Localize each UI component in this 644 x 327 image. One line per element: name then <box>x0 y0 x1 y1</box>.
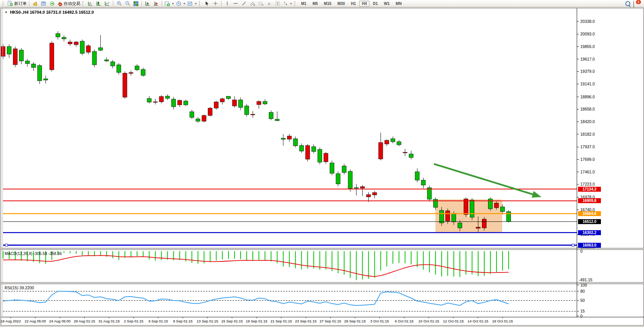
candle[interactable] <box>202 114 206 122</box>
trendline-tool[interactable] <box>240 0 248 7</box>
arrows-tool[interactable]: ▼ <box>282 0 293 7</box>
notifications-button[interactable]: 1 <box>633 1 639 6</box>
toolbar-grip[interactable] <box>199 1 202 6</box>
candle[interactable] <box>336 172 340 186</box>
timeframe-button-m5[interactable]: M5 <box>310 1 321 6</box>
candle[interactable] <box>62 35 66 42</box>
candle[interactable] <box>415 168 419 182</box>
chart-title-bar[interactable]: ▼ HK50-,H4 16704.0 16731.0 16492.5 16512… <box>5 10 94 14</box>
toolbar-grip[interactable] <box>294 1 297 6</box>
candle[interactable] <box>403 149 407 156</box>
candle[interactable] <box>117 63 121 75</box>
candle[interactable] <box>269 110 273 120</box>
candle[interactable] <box>233 96 237 107</box>
candle[interactable] <box>159 95 164 103</box>
candle[interactable] <box>391 136 395 143</box>
candle[interactable] <box>86 44 90 54</box>
candle[interactable] <box>263 99 267 105</box>
vertical-line-tool[interactable] <box>223 0 231 7</box>
candle[interactable] <box>98 35 103 51</box>
candle[interactable] <box>226 96 231 100</box>
macd-panel[interactable]: 0-491.15 <box>3 249 593 282</box>
candle[interactable] <box>312 144 316 154</box>
candle[interactable] <box>135 64 139 71</box>
search-icon[interactable] <box>625 1 630 6</box>
candle[interactable] <box>324 152 328 164</box>
toolbar-grip[interactable] <box>3 1 5 6</box>
candle[interactable] <box>373 191 377 198</box>
candle[interactable] <box>172 97 176 109</box>
market-watch-button[interactable] <box>39 0 48 7</box>
toolbar-grip[interactable] <box>82 1 85 6</box>
candle[interactable] <box>342 164 346 175</box>
candle[interactable] <box>385 139 389 146</box>
horizontal-line-tool[interactable] <box>231 0 240 7</box>
candle[interactable] <box>80 40 84 55</box>
tile-windows-button[interactable] <box>132 0 140 7</box>
candle[interactable] <box>275 111 279 121</box>
candle[interactable] <box>214 101 218 110</box>
text-tool[interactable]: A <box>265 0 273 7</box>
candle[interactable] <box>379 133 383 160</box>
candle[interactable] <box>43 76 48 84</box>
new-order-button[interactable]: 新订单 <box>6 0 27 7</box>
period-button[interactable]: ▼ <box>175 0 186 7</box>
new-chart-button[interactable]: ▼ <box>164 0 175 7</box>
timeframe-button-w1[interactable]: W1 <box>381 1 392 6</box>
candle[interactable] <box>123 72 127 99</box>
timeframe-button-d1[interactable]: D1 <box>370 1 381 6</box>
candle[interactable] <box>245 104 249 117</box>
candle[interactable] <box>470 198 474 220</box>
autotrading-button[interactable]: 自动交易 <box>56 0 81 7</box>
candle[interactable] <box>293 136 297 147</box>
candle[interactable] <box>464 197 468 217</box>
candle[interactable] <box>141 67 145 77</box>
zoom-in-button[interactable] <box>115 0 123 7</box>
cursor-tool-button[interactable] <box>203 0 211 7</box>
equidistant-channel-tool[interactable]: E <box>248 0 257 7</box>
candle[interactable] <box>153 99 157 104</box>
candle[interactable] <box>488 197 493 211</box>
line-chart-button[interactable] <box>103 0 111 7</box>
timeframe-button-m30[interactable]: M30 <box>335 1 347 6</box>
candle[interactable] <box>19 48 23 64</box>
timeframe-button-m1[interactable]: M1 <box>299 1 309 6</box>
chart-collapse-icon[interactable]: ▼ <box>5 11 8 14</box>
candle[interactable] <box>409 151 413 159</box>
auto-scroll-button[interactable] <box>143 0 152 7</box>
candle[interactable] <box>397 140 401 146</box>
candle[interactable] <box>239 98 243 111</box>
candle[interactable] <box>318 147 322 165</box>
candle[interactable] <box>129 71 133 76</box>
candle[interactable] <box>1 44 5 59</box>
crosshair-tool-button[interactable] <box>211 0 220 7</box>
candle[interactable] <box>220 98 225 104</box>
candle[interactable] <box>354 184 358 196</box>
candle[interactable] <box>165 94 170 100</box>
candle[interactable] <box>427 186 432 202</box>
candle[interactable] <box>330 160 334 175</box>
candle[interactable] <box>104 58 109 62</box>
candle[interactable] <box>305 144 310 162</box>
candle[interactable] <box>184 100 188 106</box>
candle[interactable] <box>257 100 261 109</box>
candle[interactable] <box>178 99 182 107</box>
candle[interactable] <box>196 117 200 123</box>
candle[interactable] <box>360 185 365 196</box>
candle[interactable] <box>208 107 212 117</box>
candle[interactable] <box>190 110 194 119</box>
candle[interactable] <box>111 60 115 68</box>
timeframe-button-h1[interactable]: H1 <box>348 1 358 6</box>
candle[interactable] <box>7 44 11 58</box>
candle[interactable] <box>50 41 54 72</box>
timeframe-button-h4[interactable]: H4 <box>359 1 369 6</box>
candlestick-chart-button[interactable] <box>95 0 103 7</box>
text-label-tool[interactable]: T <box>273 0 282 7</box>
candle[interactable] <box>147 96 151 103</box>
candle[interactable] <box>56 31 60 40</box>
candle[interactable] <box>299 143 304 153</box>
trend-arrow[interactable] <box>434 164 541 197</box>
candle[interactable] <box>37 64 42 84</box>
candle[interactable] <box>251 111 255 118</box>
candle[interactable] <box>421 178 426 188</box>
